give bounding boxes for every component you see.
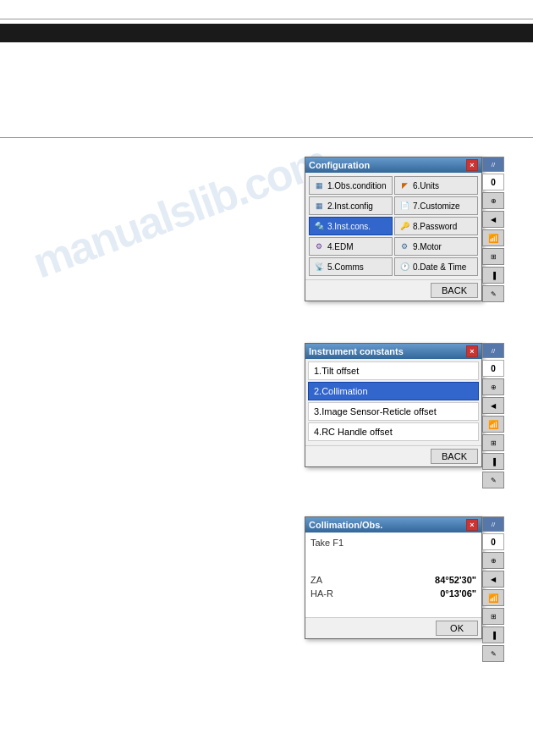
inst-back-button[interactable]: BACK bbox=[431, 449, 478, 464]
inst-side-panel: // 0 ⊕ ◀ 📶 ⊞ ▐ ✎ bbox=[482, 343, 506, 488]
mid-rule-line bbox=[0, 137, 533, 138]
config-units-btn[interactable]: ◤ 6.Units bbox=[394, 176, 478, 195]
config-password-btn[interactable]: 🔑 8.Password bbox=[394, 217, 478, 235]
inst-imagesensor-label: 3.Image Sensor-Reticle offset bbox=[314, 406, 437, 417]
config-window: Configuration × ▦ 1.Obs.condition ◤ 6.Un… bbox=[305, 157, 482, 301]
colim-har-row: HA-R 0°13'06" bbox=[310, 587, 476, 600]
units-label: 6.Units bbox=[413, 181, 439, 190]
motor-icon: ⚙ bbox=[398, 240, 410, 252]
config-title: Configuration bbox=[309, 160, 370, 170]
config-customize-btn[interactable]: 📄 7.Customize bbox=[394, 196, 478, 215]
inst-side-plus[interactable]: ⊕ bbox=[482, 378, 504, 395]
config-edm-btn[interactable]: ⚙ 4.EDM bbox=[309, 237, 393, 256]
datetime-label: 0.Date & Time bbox=[413, 262, 466, 272]
inst-rchandle-label: 4.RC Handle offset bbox=[314, 427, 393, 437]
config-back-button[interactable]: BACK bbox=[431, 283, 478, 298]
colim-titlebar: Collimation/Obs. × bbox=[305, 517, 481, 533]
instconfig-icon: ▦ bbox=[313, 200, 325, 212]
colim-footer: OK bbox=[305, 617, 481, 638]
inst-side-bar[interactable]: ▐ bbox=[482, 453, 504, 470]
inst-window: Instrument constants × 1.Tilt offset 2.C… bbox=[305, 343, 482, 467]
config-back-row: BACK bbox=[305, 279, 481, 301]
colim-side-right-icon[interactable]: 📶 bbox=[482, 589, 504, 606]
instcons-label: 3.Inst.cons. bbox=[327, 222, 371, 231]
config-side-num: 0 bbox=[482, 174, 504, 190]
colim-window: Collimation/Obs. × Take F1 ZA 84°52'30" … bbox=[305, 516, 482, 639]
top-black-bar bbox=[0, 24, 533, 42]
watermark-text: manualslib.com bbox=[26, 135, 334, 288]
units-icon: ◤ bbox=[398, 179, 410, 191]
config-side-plus[interactable]: ⊕ bbox=[482, 192, 504, 209]
colim-side-panel: // 0 ⊕ ◀ 📶 ⊞ ▐ ✎ bbox=[482, 516, 506, 662]
colim-za-row: ZA 84°52'30" bbox=[310, 573, 476, 587]
customize-icon: 📄 bbox=[398, 200, 410, 212]
inst-side-left[interactable]: ◀ bbox=[482, 397, 504, 414]
obs-icon: ▦ bbox=[313, 179, 325, 191]
config-datetime-btn[interactable]: 🕐 0.Date & Time bbox=[394, 257, 478, 276]
colim-side-num: 0 bbox=[482, 533, 504, 550]
config-titlebar: Configuration × bbox=[305, 157, 481, 173]
inst-titlebar: Instrument constants × bbox=[305, 344, 481, 359]
colim-side-plus[interactable]: ⊕ bbox=[482, 552, 504, 569]
edm-label: 4.EDM bbox=[327, 242, 354, 251]
inst-side-num: 0 bbox=[482, 360, 504, 377]
colim-title: Collimation/Obs. bbox=[309, 520, 382, 530]
edm-icon: ⚙ bbox=[313, 240, 325, 252]
inst-rchandle-item[interactable]: 4.RC Handle offset bbox=[308, 422, 479, 441]
colim-side-left[interactable]: ◀ bbox=[482, 571, 504, 588]
inst-list: 1.Tilt offset 2.Collimation 3.Image Sens… bbox=[305, 359, 481, 445]
config-side-panel: // 0 ⊕ ◀ 📶 ⊞ ▐ ✎ bbox=[482, 157, 506, 302]
password-icon: 🔑 bbox=[398, 220, 410, 232]
customize-label: 7.Customize bbox=[413, 201, 460, 211]
config-grid: ▦ 1.Obs.condition ◤ 6.Units ▦ 2.Inst.con… bbox=[305, 173, 481, 279]
colim-ok-button[interactable]: OK bbox=[436, 621, 478, 636]
comms-icon: 📡 bbox=[313, 261, 325, 273]
colim-za-value: 84°52'30" bbox=[435, 575, 476, 585]
config-motor-btn[interactable]: ⚙ 9.Motor bbox=[394, 237, 478, 256]
inst-collimation-label: 2.Collimation bbox=[314, 386, 368, 396]
instconfig-label: 2.Inst.config bbox=[327, 201, 373, 211]
config-side-grid[interactable]: ⊞ bbox=[482, 248, 504, 265]
top-rule-line bbox=[0, 19, 533, 19]
colim-instruction: Take F1 bbox=[310, 538, 476, 548]
config-obs-btn[interactable]: ▦ 1.Obs.condition bbox=[309, 176, 393, 195]
inst-close-button[interactable]: × bbox=[466, 345, 478, 357]
inst-tilt-label: 1.Tilt offset bbox=[314, 366, 359, 376]
inst-imagesensor-item[interactable]: 3.Image Sensor-Reticle offset bbox=[308, 402, 479, 421]
inst-collimation-item[interactable]: 2.Collimation bbox=[308, 382, 479, 400]
inst-tilt-item[interactable]: 1.Tilt offset bbox=[308, 361, 479, 380]
instcons-icon: 🔩 bbox=[313, 220, 325, 232]
inst-side-right-icon[interactable]: 📶 bbox=[482, 416, 504, 433]
colim-side-bar[interactable]: ▐ bbox=[482, 626, 504, 643]
config-instconfig-btn[interactable]: ▦ 2.Inst.config bbox=[309, 196, 393, 215]
inst-back-row: BACK bbox=[305, 445, 481, 466]
config-side-left[interactable]: ◀ bbox=[482, 211, 504, 228]
comms-label: 5.Comms bbox=[327, 262, 364, 272]
colim-side-pen[interactable]: ✎ bbox=[482, 645, 504, 662]
inst-side-signal: // bbox=[482, 343, 504, 358]
colim-body: Take F1 ZA 84°52'30" HA-R 0°13'06" bbox=[305, 533, 481, 617]
motor-label: 9.Motor bbox=[413, 242, 442, 251]
config-side-pen[interactable]: ✎ bbox=[482, 285, 504, 302]
colim-close-button[interactable]: × bbox=[466, 519, 478, 531]
colim-side-grid[interactable]: ⊞ bbox=[482, 608, 504, 625]
colim-side-signal: // bbox=[482, 516, 504, 532]
colim-za-label: ZA bbox=[310, 575, 322, 585]
obs-label: 1.Obs.condition bbox=[327, 181, 387, 190]
password-label: 8.Password bbox=[413, 222, 457, 231]
inst-title: Instrument constants bbox=[309, 346, 404, 356]
config-comms-btn[interactable]: 📡 5.Comms bbox=[309, 257, 393, 276]
colim-har-label: HA-R bbox=[310, 588, 333, 599]
datetime-icon: 🕐 bbox=[398, 261, 410, 273]
colim-har-value: 0°13'06" bbox=[440, 588, 476, 599]
config-side-right-icon[interactable]: 📶 bbox=[482, 229, 504, 246]
config-close-button[interactable]: × bbox=[466, 159, 478, 171]
config-side-bar[interactable]: ▐ bbox=[482, 267, 504, 284]
inst-side-pen[interactable]: ✎ bbox=[482, 472, 504, 488]
config-instcons-btn[interactable]: 🔩 3.Inst.cons. bbox=[309, 217, 393, 235]
inst-side-grid[interactable]: ⊞ bbox=[482, 434, 504, 451]
config-side-signal: // bbox=[482, 157, 504, 172]
